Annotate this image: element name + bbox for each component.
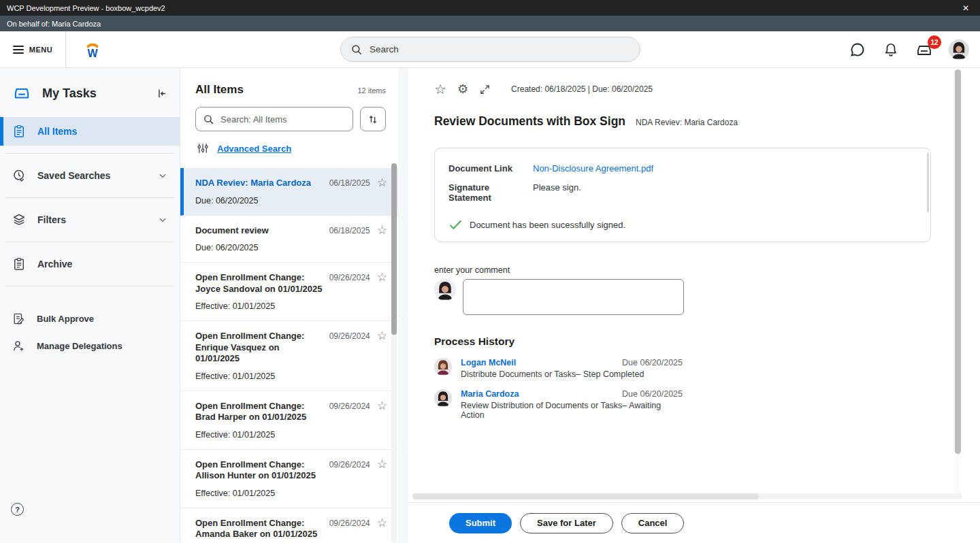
search-icon <box>350 44 363 56</box>
menu-button[interactable]: MENU <box>0 31 65 67</box>
sidebar-item-bulk-approve[interactable]: Bulk Approve <box>0 305 180 332</box>
task-list-item[interactable]: Open Enrollment Change: Brad Harper on 0… <box>180 391 398 450</box>
sidebar-item-manage-delegations[interactable]: Manage Delegations <box>0 332 180 359</box>
environment-banner: WCP Development Preview - boxbow_wcpdev2… <box>0 0 980 16</box>
svg-text:W: W <box>87 48 98 59</box>
task-list-item[interactable]: Open Enrollment Change: Amanda Baker on … <box>180 508 398 543</box>
notifications-button[interactable] <box>882 41 900 59</box>
entry-person-link[interactable]: Logan McNeil <box>461 358 622 367</box>
task-list-panel: All Items 12 items Advanced Search <box>180 68 398 543</box>
task-date: 06/18/2025 <box>329 178 370 188</box>
sidebar-item-label: All Items <box>37 126 167 137</box>
list-title: All Items <box>195 83 357 97</box>
task-list-item[interactable]: Open Enrollment Change: Joyce Sandoval o… <box>180 263 398 321</box>
task-list-item[interactable]: Open Enrollment Change: Enrique Vasquez … <box>180 321 398 391</box>
star-icon[interactable]: ☆ <box>377 401 387 412</box>
divider <box>65 31 66 68</box>
close-icon[interactable]: ✕ <box>958 3 973 13</box>
comment-input[interactable] <box>463 279 684 315</box>
top-bar: MENU W 12 <box>0 31 980 68</box>
task-title: Open Enrollment Change: Brad Harper on 0… <box>195 401 329 423</box>
sidebar-item-label: Saved Searches <box>37 170 146 181</box>
entry-avatar <box>434 389 452 407</box>
star-icon[interactable]: ☆ <box>377 178 387 188</box>
clock-icon <box>12 169 26 182</box>
cancel-button[interactable]: Cancel <box>621 513 685 533</box>
on-behalf-label: On behalf of: Maria Cardoza <box>7 20 101 28</box>
environment-label: WCP Development Preview - boxbow_wcpdev2 <box>7 4 165 12</box>
star-icon[interactable]: ☆ <box>377 518 387 529</box>
sidebar-item-archive[interactable]: Archive <box>0 250 180 278</box>
process-history-entry: Maria Cardoza Due 06/20/2025 Review Dist… <box>434 389 683 420</box>
panel-gap <box>398 68 408 543</box>
sidebar-item-filters[interactable]: Filters <box>0 205 180 234</box>
collapse-panel-icon[interactable] <box>156 88 167 99</box>
star-icon[interactable]: ☆ <box>377 272 387 283</box>
task-date: 09/26/2024 <box>329 401 370 411</box>
star-icon[interactable]: ☆ <box>377 331 387 342</box>
entry-person-link[interactable]: Maria Cardoza <box>461 389 622 399</box>
sidebar-item-all-items[interactable]: All Items <box>0 117 180 146</box>
advanced-search-label: Advanced Search <box>217 144 291 154</box>
signature-statement-value: Please sign. <box>533 182 581 203</box>
document-link-label: Document Link <box>448 163 533 174</box>
global-search-input[interactable] <box>370 44 630 54</box>
document-card: Document Link Non-Disclosure Agreement.p… <box>434 148 931 242</box>
signed-message: Document has been sucessfully signed. <box>470 220 625 230</box>
clipboard-icon <box>12 125 26 138</box>
created-due-label: Created: 06/18/2025 | Due: 06/20/2025 <box>511 84 653 94</box>
task-subtext: Due: 06/20/2025 <box>195 196 387 205</box>
entry-step: Review Distribution of Documents or Task… <box>461 401 683 420</box>
hamburger-icon <box>13 46 24 54</box>
chat-button[interactable] <box>849 41 866 59</box>
card-scrollbar[interactable] <box>927 152 929 212</box>
sliders-icon <box>197 142 209 154</box>
task-title: Open Enrollment Change: Amanda Baker on … <box>195 518 329 540</box>
entry-due: Due 06/20/2025 <box>622 389 683 399</box>
detail-vertical-scrollbar[interactable] <box>955 69 961 497</box>
task-subtext: Effective: 01/01/2025 <box>195 372 387 381</box>
divider <box>5 286 174 286</box>
detail-horizontal-scrollbar[interactable] <box>412 493 962 499</box>
task-list-item[interactable]: Document review 06/18/2025 ☆ Due: 06/20/… <box>180 216 398 263</box>
help-button[interactable]: ? <box>11 503 24 516</box>
advanced-search-link[interactable]: Advanced Search <box>197 142 386 154</box>
item-count: 12 items <box>357 86 386 95</box>
chevron-down-icon <box>158 215 167 225</box>
task-list-scrollbar[interactable] <box>391 163 397 543</box>
inbox-button[interactable]: 12 <box>915 41 933 59</box>
document-link[interactable]: Non-Disclosure Agreement.pdf <box>533 163 653 174</box>
submit-button[interactable]: Submit <box>449 513 512 533</box>
chat-icon <box>849 42 866 58</box>
task-subtext: Due: 06/20/2025 <box>195 243 387 252</box>
entry-avatar <box>434 358 452 376</box>
task-list-item[interactable]: Open Enrollment Change: Allison Hunter o… <box>180 450 398 508</box>
gear-icon[interactable]: ⚙ <box>457 82 468 96</box>
workday-logo[interactable]: W <box>82 39 103 60</box>
divider <box>5 242 174 242</box>
star-icon[interactable]: ☆ <box>377 459 387 470</box>
document-edit-icon <box>12 312 25 325</box>
comment-avatar <box>434 279 456 301</box>
task-date: 09/26/2024 <box>329 331 370 341</box>
detail-subtitle: NDA Reviev: Maria Cardoza <box>636 118 738 127</box>
sort-button[interactable] <box>360 107 386 131</box>
signature-statement-label: Signature Statement <box>448 182 533 203</box>
entry-due: Due 06/20/2025 <box>622 358 683 367</box>
task-title: NDA Reviev: Maria Cardoza <box>195 178 329 189</box>
on-behalf-banner: On behalf of: Maria Cardoza <box>0 16 980 31</box>
person-add-icon <box>12 340 25 352</box>
task-list-item[interactable]: NDA Reviev: Maria Cardoza 06/18/2025 ☆ D… <box>180 168 398 216</box>
profile-avatar[interactable] <box>949 39 969 60</box>
global-search[interactable] <box>340 37 640 62</box>
list-search[interactable] <box>195 107 353 131</box>
divider <box>5 197 174 198</box>
save-for-later-button[interactable]: Save for Later <box>520 513 613 533</box>
favorite-star-icon[interactable]: ☆ <box>434 82 446 96</box>
sidebar-item-saved-searches[interactable]: Saved Searches <box>0 161 180 190</box>
divider <box>5 153 174 154</box>
sidebar-my-tasks: My Tasks All Items Saved Searches Filter… <box>0 68 180 543</box>
expand-icon[interactable] <box>479 84 491 95</box>
star-icon[interactable]: ☆ <box>377 225 387 236</box>
list-search-input[interactable] <box>220 114 346 125</box>
